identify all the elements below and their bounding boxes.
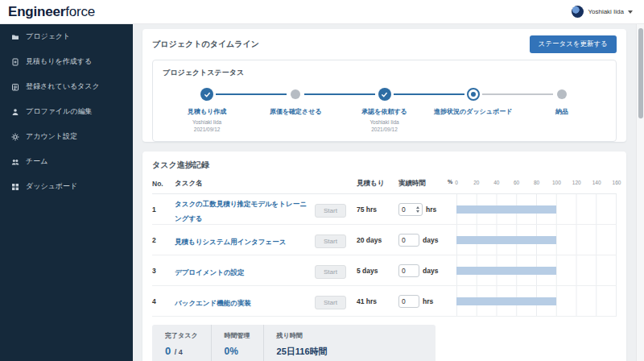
actual-time-stepper[interactable] [398,295,419,308]
axis-unit: % [448,179,452,185]
document-plus-icon [11,58,19,66]
row-number: 3 [152,267,170,275]
estimate-bar [456,297,556,305]
actual-time-stepper[interactable] [398,234,419,247]
step-meta [251,118,340,133]
stat-completed-tasks: 完了タスク 0 / 4 [152,325,211,361]
step-label: 承認を依頼する [340,107,428,116]
actual-time-input[interactable] [402,236,416,244]
scrollbar-track[interactable] [636,24,644,361]
main-content: プロジェクトのタイムライン ステータスを更新する プロジェクトステータス 見積も… [133,24,636,361]
step-progress-dashboard: 進捗状況のダッシュボード [429,88,518,133]
sidebar-item-label: チーム [26,156,47,167]
project-status-title: プロジェクトステータス [163,68,606,78]
estimate-bar [456,267,556,275]
actual-time-input[interactable] [402,205,416,214]
estimate-value: 41 hrs [357,297,394,305]
update-status-button[interactable]: ステータスを更新する [530,35,617,53]
start-button[interactable]: Start [315,265,346,279]
col-estimate: 見積もり [357,179,394,189]
table-row: 3 デプロイメントの設定 Start 5 days days [152,255,617,286]
step-pending-dot-icon [291,89,300,99]
row-number: 1 [152,205,170,214]
user-edit-icon [11,108,19,116]
step-done-check-icon [200,88,213,101]
clipboard-tasks-icon [11,83,19,91]
spinner-down-icon[interactable] [416,210,419,213]
sidebar-item-label: プロジェクト [26,31,70,42]
actual-time-stepper[interactable] [398,203,423,216]
sidebar-item-edit-profile[interactable]: プロファイルの編集 [0,99,133,124]
task-link[interactable]: バックエンド機能の実装 [175,299,251,307]
sidebar-item-label: プロファイルの編集 [26,106,92,117]
step-confirm-cost: 原価を確定させる [251,88,340,133]
step-meta: Yoshiaki Iida2021/09/12 [340,118,428,133]
task-card-title: タスク進捗記録 [152,160,617,171]
col-actual: 実績時間 [398,179,452,189]
number-spinner[interactable] [416,206,419,213]
task-progress-card: タスク進捗記録 No. タスク名 見積もり 実績時間 % 0 20 40 60 … [142,151,626,361]
user-menu[interactable]: Yoshiaki Iida [572,6,633,18]
brand-logo-light: force [65,4,95,19]
table-row: 4 バックエンド機能の実装 Start 41 hrs hrs [152,286,617,317]
sidebar-item-create-estimate[interactable]: 見積もりを作成する [0,49,133,74]
task-link[interactable]: デプロイメントの設定 [175,268,245,276]
timeline-card-title: プロジェクトのタイムライン [152,39,259,50]
estimate-value: 75 hrs [357,205,394,214]
task-link[interactable]: タスクの工数見積り推定モデルをトレーニングする [175,200,307,222]
sidebar-item-account-settings[interactable]: アカウント設定 [0,124,133,149]
step-meta: Yoshiaki Iida2021/09/12 [163,118,251,133]
sidebar-item-label: アカウント設定 [26,131,77,142]
row-chart [456,255,617,285]
sidebar-item-project[interactable]: プロジェクト [0,24,133,49]
brand-logo: Engineerforce [8,4,95,20]
project-status-box: プロジェクトステータス 見積もり作成 Yoshiaki Iida2021/09/… [152,60,617,142]
step-request-approval: 承認を依頼する Yoshiaki Iida2021/09/12 [340,88,428,133]
estimate-bar [456,205,556,214]
scrollbar-thumb[interactable] [638,28,643,118]
table-row: 2 見積もりシステム用インタフェース Start 20 days days [152,225,617,255]
actual-unit: days [423,236,438,244]
sidebar-item-label: 見積もりを作成する [26,56,92,67]
actual-time-input[interactable] [402,267,416,275]
actual-unit: hrs [423,297,433,305]
step-pending-dot-icon [557,89,567,99]
estimate-value: 5 days [357,267,394,275]
step-label: 進捗状況のダッシュボード [429,107,518,116]
sidebar-item-label: ダッシュボード [26,181,77,192]
step-label: 原価を確定させる [251,107,340,116]
completed-count: 0 [165,345,171,357]
chart-axis: % 0 20 40 60 80 100 120 140 160 [456,179,617,189]
table-row: 1 タスクの工数見積り推定モデルをトレーニングする Start 75 hrs h… [152,194,617,225]
actual-time-input[interactable] [402,297,416,305]
step-meta [518,118,606,133]
start-button[interactable]: Start [315,296,346,309]
spinner-up-icon[interactable] [416,206,419,209]
topbar: Engineerforce Yoshiaki Iida [0,0,644,24]
brand-logo-bold: Engineer [8,4,65,19]
user-name: Yoshiaki Iida [588,8,624,15]
gear-icon [11,133,19,141]
row-chart [456,194,617,224]
avatar [572,6,584,18]
step-meta [429,118,518,133]
dashboard-grid-icon [11,183,19,191]
sidebar-item-registered-tasks[interactable]: 登録されているタスク [0,74,133,99]
col-task: タスク名 [175,179,310,189]
step-estimate-created: 見積もり作成 Yoshiaki Iida2021/09/12 [163,88,251,133]
actual-time-stepper[interactable] [398,264,419,277]
sidebar-item-dashboard[interactable]: ダッシュボード [0,174,133,199]
start-button[interactable]: Start [315,204,346,218]
row-number: 4 [152,297,170,305]
row-chart [456,286,617,316]
stat-time-management: 時間管理 0% [211,325,263,361]
sidebar-item-team[interactable]: チーム [0,149,133,174]
estimate-value: 20 days [357,236,394,244]
row-number: 2 [152,236,170,244]
sidebar-item-label: 登録されているタスク [26,81,100,92]
start-button[interactable]: Start [315,234,346,248]
task-link[interactable]: 見積もりシステム用インタフェース [175,238,286,246]
actual-unit: hrs [426,205,436,214]
folder-icon [11,33,19,41]
row-chart [456,225,617,255]
